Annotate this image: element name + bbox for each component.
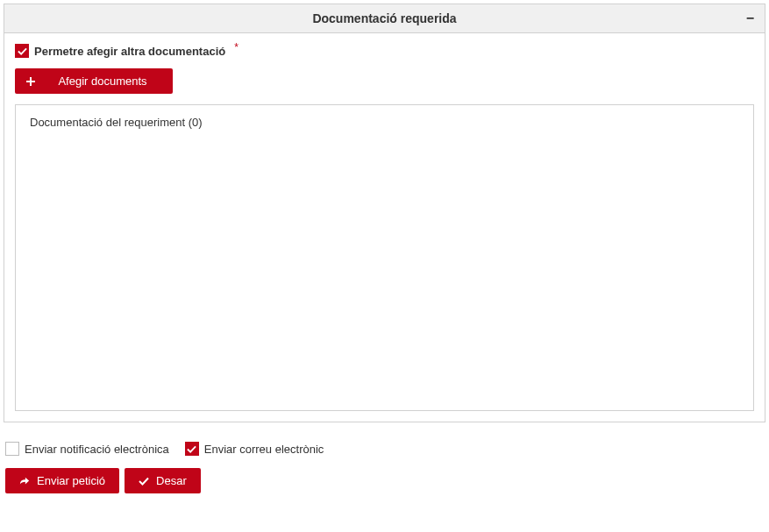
bottom-checkboxes: Enviar notificació electrònica Enviar co… <box>5 442 764 456</box>
send-email-row: Enviar correu electrònic <box>185 442 324 456</box>
panel-body: Permetre afegir altra documentació * Afe… <box>4 33 765 422</box>
required-indicator: * <box>234 41 239 53</box>
action-buttons: Enviar petició Desar <box>5 468 764 493</box>
send-email-label: Enviar correu electrònic <box>204 443 324 456</box>
check-icon <box>139 476 149 486</box>
panel-title: Documentació requerida <box>312 11 456 25</box>
save-button[interactable]: Desar <box>125 468 201 493</box>
send-email-checkbox[interactable] <box>185 442 199 456</box>
minus-icon[interactable]: − <box>746 11 754 25</box>
panel-header: Documentació requerida − <box>4 4 765 33</box>
save-label: Desar <box>156 474 187 487</box>
send-notification-label: Enviar notificació electrònica <box>25 443 169 456</box>
allow-extra-docs-checkbox[interactable] <box>15 44 29 58</box>
required-documentation-panel: Documentació requerida − Permetre afegir… <box>4 4 765 422</box>
check-icon <box>187 444 196 454</box>
add-documents-button[interactable]: Afegir documents <box>15 68 173 94</box>
plus-icon <box>25 76 36 87</box>
send-notification-checkbox[interactable] <box>5 442 19 456</box>
check-icon <box>18 46 27 56</box>
allow-extra-docs-label: Permetre afegir altra documentació <box>34 45 225 58</box>
send-request-label: Enviar petició <box>37 474 105 487</box>
bottom-section: Enviar notificació electrònica Enviar co… <box>4 442 765 493</box>
documents-area-label: Documentació del requeriment (0) <box>30 116 739 129</box>
add-documents-label: Afegir documents <box>43 74 162 88</box>
documents-area: Documentació del requeriment (0) <box>15 104 754 411</box>
send-request-button[interactable]: Enviar petició <box>5 468 119 493</box>
share-icon <box>19 476 30 486</box>
allow-extra-docs-row: Permetre afegir altra documentació * <box>15 44 754 58</box>
send-notification-row: Enviar notificació electrònica <box>5 442 169 456</box>
